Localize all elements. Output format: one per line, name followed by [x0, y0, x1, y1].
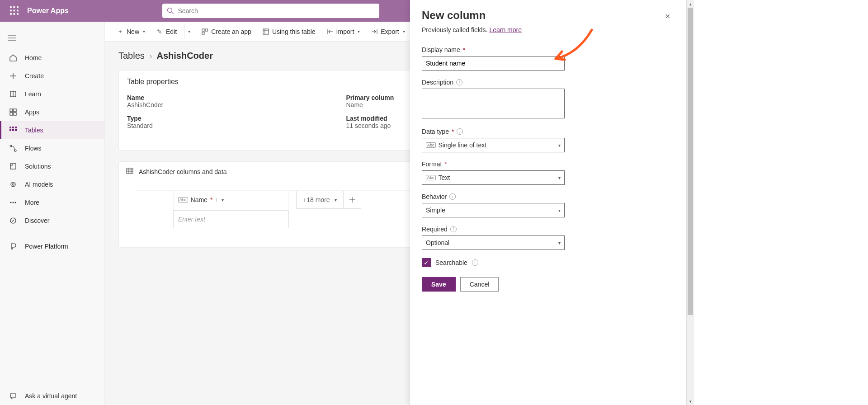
format-select[interactable]: AbcText▾ [422, 170, 565, 185]
svg-rect-30 [10, 164, 16, 169]
chevron-down-icon: ▾ [188, 29, 190, 34]
add-column-button[interactable] [343, 191, 361, 209]
svg-line-10 [172, 12, 174, 14]
info-icon[interactable]: i [450, 226, 457, 232]
cmd-edit[interactable]: ✎Edit [151, 24, 181, 39]
scroll-down-arrow[interactable]: ▾ [687, 397, 694, 405]
nav-item-label: Solutions [25, 163, 51, 170]
svg-rect-27 [15, 129, 17, 131]
info-icon[interactable]: i [456, 79, 462, 85]
required-select[interactable]: Optional▾ [422, 235, 565, 250]
svg-rect-18 [10, 109, 13, 112]
scroll-thumb[interactable] [688, 8, 693, 315]
cmd-import[interactable]: Import▾ [322, 24, 365, 39]
nav-learn[interactable]: Learn [0, 85, 104, 103]
svg-rect-8 [17, 13, 19, 15]
svg-rect-40 [263, 29, 269, 34]
vertical-scrollbar[interactable]: ▴ ▾ [686, 0, 694, 405]
chevron-down-icon: ▾ [558, 143, 561, 148]
nav-ask-agent[interactable]: Ask a virtual agent [0, 387, 104, 405]
svg-rect-19 [14, 109, 16, 112]
cmd-using-table[interactable]: Using this table [258, 24, 320, 39]
svg-rect-22 [9, 127, 11, 128]
chevron-down-icon: ▾ [558, 175, 561, 180]
new-column-panel: New column ✕ Previously called fields. L… [410, 0, 687, 405]
datatype-select[interactable]: AbcSingle line of text▾ [422, 138, 565, 152]
compass-icon [9, 216, 18, 225]
nav-item-label: Ask a virtual agent [25, 392, 77, 400]
svg-rect-39 [202, 32, 204, 34]
cmd-label: Using this table [272, 28, 316, 35]
info-icon[interactable]: i [449, 193, 456, 200]
chevron-down-icon: ▾ [403, 29, 405, 34]
format-label: Format* [422, 160, 565, 168]
waffle-icon[interactable] [4, 0, 25, 22]
svg-rect-0 [10, 6, 12, 8]
info-icon[interactable]: i [472, 259, 478, 266]
svg-point-32 [12, 184, 14, 185]
cmd-label: Edit [166, 28, 177, 35]
svg-rect-4 [14, 10, 15, 12]
cmd-label: Import [336, 28, 354, 35]
text-type-icon: Abc [178, 197, 188, 202]
svg-rect-5 [17, 10, 19, 12]
text-type-icon: Abc [426, 142, 436, 148]
nav-item-label: Power Platform [25, 243, 68, 250]
sort-asc-icon: ↑ [215, 197, 218, 203]
flow-icon [9, 144, 18, 153]
prop-name-label: Name [127, 94, 328, 101]
nav-apps[interactable]: Apps [0, 103, 104, 121]
column-header-name[interactable]: Abc Name* ↑ ▾ [173, 191, 289, 209]
display-name-label: Display name* [422, 46, 565, 53]
nav-more[interactable]: More [0, 193, 104, 212]
close-button[interactable]: ✕ [660, 9, 675, 24]
svg-rect-54 [127, 168, 133, 174]
nav-tables[interactable]: Tables [0, 121, 104, 139]
nav-create[interactable]: Create [0, 67, 104, 85]
svg-rect-7 [14, 13, 15, 15]
learn-more-link[interactable]: Learn more [489, 26, 522, 33]
nav-power-platform[interactable]: Power Platform [0, 237, 104, 255]
svg-rect-25 [9, 129, 11, 131]
cmd-edit-dropdown[interactable]: ▾ [184, 24, 195, 39]
nav-solutions[interactable]: Solutions [0, 157, 104, 175]
svg-rect-37 [202, 29, 204, 31]
searchable-checkbox[interactable]: ✓ [422, 258, 431, 267]
cancel-button[interactable]: Cancel [460, 277, 499, 292]
search-box[interactable] [162, 4, 379, 18]
description-input[interactable] [422, 89, 565, 118]
hamburger-icon[interactable] [1, 27, 23, 49]
chevron-down-icon: ▾ [558, 240, 561, 245]
behavior-select[interactable]: Simple▾ [422, 203, 565, 217]
panel-title: New column [422, 9, 486, 22]
behavior-label: Behaviori [422, 193, 565, 200]
search-input[interactable] [178, 7, 375, 14]
info-icon[interactable]: i [457, 128, 463, 135]
card-title: Table properties [127, 78, 179, 86]
home-icon [9, 53, 18, 62]
nav-ai-models[interactable]: AI models [0, 175, 104, 193]
svg-rect-1 [14, 6, 15, 8]
cmd-export[interactable]: Export▾ [366, 24, 409, 39]
nav-discover[interactable]: Discover [0, 212, 104, 230]
description-label: Descriptioni [422, 79, 565, 86]
nav-home[interactable]: Home [0, 49, 104, 67]
select-value: Single line of text [439, 141, 487, 149]
placeholder-text: Enter text [178, 216, 205, 223]
scroll-up-arrow[interactable]: ▴ [687, 0, 694, 8]
svg-point-28 [10, 145, 12, 147]
nav-item-label: Learn [25, 90, 41, 98]
save-button[interactable]: Save [422, 277, 456, 292]
plus-icon [9, 71, 18, 80]
cmd-new[interactable]: ＋New▾ [112, 24, 150, 39]
nav-item-label: Flows [25, 145, 42, 152]
more-columns[interactable]: +18 more▾ [296, 191, 344, 209]
table-icon [9, 126, 18, 135]
prop-type-label: Type [127, 115, 328, 122]
nav-flows[interactable]: Flows [0, 139, 104, 157]
breadcrumb-root[interactable]: Tables [118, 51, 145, 61]
display-name-input[interactable] [422, 56, 565, 71]
data-cell-input[interactable]: Enter text [173, 210, 289, 228]
cmd-create-app[interactable]: Create an app [197, 24, 256, 39]
section-title: AshishCoder columns and data [139, 168, 227, 175]
